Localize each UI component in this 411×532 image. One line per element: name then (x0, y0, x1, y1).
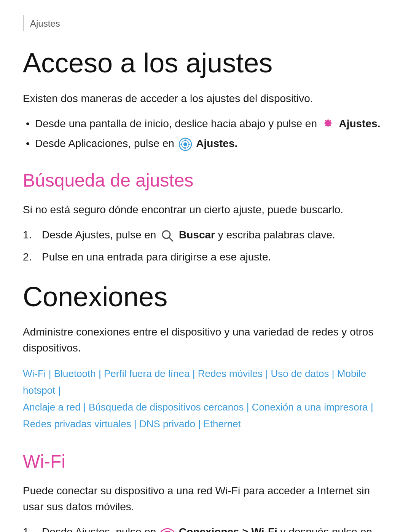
wifi-steps: 1. Desde Ajustes, pulse en Conexiones > … (23, 524, 388, 532)
buscar-label: Buscar (179, 229, 215, 241)
ajustes-label-2: Ajustes. (196, 137, 237, 149)
link-busqueda-dispositivos[interactable]: Búsqueda de dispositivos cercanos (89, 401, 244, 413)
link-wifi[interactable]: Wi-Fi (23, 368, 46, 379)
gear2-icon (178, 137, 192, 151)
link-anclaje[interactable]: Anclaje a red (23, 401, 81, 413)
ajustes-label-1: Ajustes. (339, 118, 381, 129)
link-bluetooth[interactable]: Bluetooth (54, 368, 96, 379)
conexiones-section: Conexiones Administre conexiones entre e… (23, 280, 388, 532)
link-dns[interactable]: DNS privado (139, 418, 195, 430)
wifi-intro: Puede conectar su dispositivo a una red … (23, 483, 388, 515)
busqueda-intro: Si no está seguro dónde encontrar un cie… (23, 202, 388, 218)
separator: | (329, 368, 335, 379)
svg-line-5 (169, 237, 173, 241)
conexiones-title: Conexiones (23, 280, 388, 313)
busqueda-steps: 1. Desde Ajustes, pulse en Buscar y escr… (23, 227, 388, 265)
connections-icon (161, 526, 174, 532)
link-ethernet[interactable]: Ethernet (204, 418, 241, 430)
separator: | (55, 385, 61, 396)
separator: | (190, 368, 195, 379)
separator: | (195, 418, 201, 430)
search-icon (161, 229, 174, 243)
separator: | (81, 401, 86, 413)
separator: | (263, 368, 268, 379)
conexiones-label: Conexiones > Wi-Fi (179, 526, 277, 532)
list-item: 2. Pulse en una entrada para dirigirse a… (23, 249, 388, 265)
conexiones-intro: Administre conexiones entre el dispositi… (23, 324, 388, 356)
acceso-title: Acceso a los ajustes (23, 46, 388, 79)
list-number: 2. (23, 249, 32, 265)
link-redes-privadas[interactable]: Redes privadas virtuales (23, 418, 131, 430)
breadcrumb-text: Ajustes (30, 18, 60, 29)
busqueda-title: Búsqueda de ajustes (23, 167, 388, 194)
list-item: 1. Desde Ajustes, pulse en Buscar y escr… (23, 227, 388, 243)
svg-point-2 (183, 142, 187, 146)
conexiones-links: Wi-Fi | Bluetooth | Perfil fuera de líne… (23, 365, 388, 433)
separator: | (368, 401, 373, 413)
gear-icon (321, 118, 335, 131)
wifi-title: Wi-Fi (23, 448, 388, 475)
list-item: 1. Desde Ajustes, pulse en Conexiones > … (23, 524, 388, 532)
link-redes-moviles[interactable]: Redes móviles (198, 368, 263, 379)
link-uso-datos[interactable]: Uso de datos (271, 368, 329, 379)
breadcrumb: Ajustes (23, 15, 388, 31)
separator: | (244, 401, 249, 413)
list-item: Desde Aplicaciones, pulse en Ajustes. (23, 136, 388, 152)
list-item: Desde una pantalla de inicio, deslice ha… (23, 116, 388, 132)
separator: | (131, 418, 137, 430)
separator: | (96, 368, 101, 379)
acceso-intro: Existen dos maneras de acceder a los aju… (23, 91, 388, 107)
link-conexion-impresora[interactable]: Conexión a una impresora (252, 401, 368, 413)
acceso-bullet-list: Desde una pantalla de inicio, deslice ha… (23, 116, 388, 152)
link-perfil[interactable]: Perfil fuera de línea (104, 368, 190, 379)
list-number: 1. (23, 227, 32, 243)
separator: | (46, 368, 51, 379)
acceso-section: Acceso a los ajustes Existen dos maneras… (23, 46, 388, 265)
list-number: 1. (23, 524, 32, 532)
